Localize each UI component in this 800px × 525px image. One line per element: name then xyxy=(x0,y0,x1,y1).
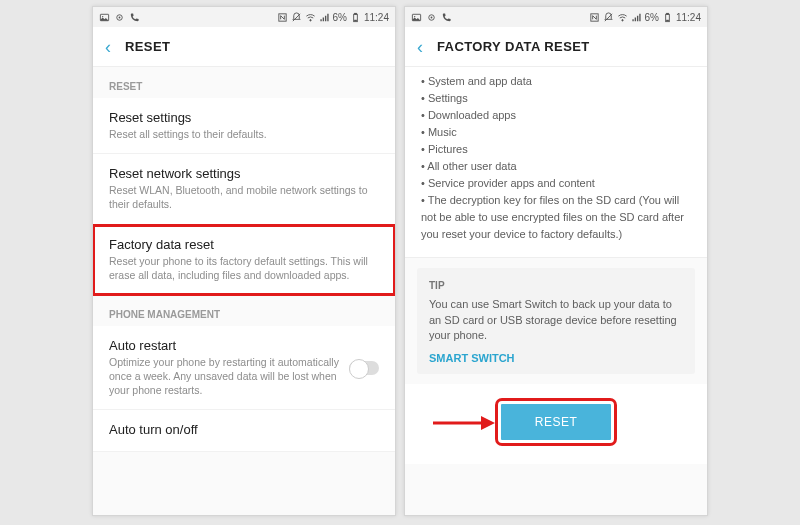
bullet-item: • Pictures xyxy=(421,141,691,158)
item-label: Reset settings xyxy=(109,110,379,125)
battery-icon xyxy=(350,12,361,23)
mute-icon xyxy=(603,12,614,23)
title-bar: ‹ FACTORY DATA RESET xyxy=(405,27,707,67)
svg-rect-18 xyxy=(667,13,669,14)
call-icon xyxy=(129,12,140,23)
reset-button[interactable]: RESET xyxy=(501,404,612,440)
back-icon[interactable]: ‹ xyxy=(417,38,423,56)
svg-rect-19 xyxy=(666,19,669,20)
back-icon[interactable]: ‹ xyxy=(105,38,111,56)
content-scroll[interactable]: • System and app data • Settings • Downl… xyxy=(405,67,707,515)
action-area: RESET xyxy=(405,384,707,464)
phone-left: 6% 11:24 ‹ RESET RESET Reset settings Re… xyxy=(92,6,396,516)
svg-point-16 xyxy=(621,19,622,20)
bullet-item: • Downloaded apps xyxy=(421,107,691,124)
item-desc: Reset all settings to their defaults. xyxy=(109,127,379,141)
svg-point-1 xyxy=(102,15,103,16)
item-label: Factory data reset xyxy=(109,237,379,252)
nfc-icon xyxy=(277,12,288,23)
bullet-item: • All other user data xyxy=(421,158,691,175)
arrow-icon xyxy=(431,414,495,434)
title-bar: ‹ RESET xyxy=(93,27,395,67)
reset-bullets: • System and app data • Settings • Downl… xyxy=(405,67,707,258)
page-title: FACTORY DATA RESET xyxy=(437,39,590,54)
tip-box: TIP You can use Smart Switch to back up … xyxy=(417,268,695,373)
gallery-icon xyxy=(99,12,110,23)
wifi-icon xyxy=(617,12,628,23)
item-reset-settings[interactable]: Reset settings Reset all settings to the… xyxy=(93,98,395,154)
item-auto-turn-onoff[interactable]: Auto turn on/off xyxy=(93,410,395,452)
battery-icon xyxy=(662,12,673,23)
nfc-icon xyxy=(589,12,600,23)
svg-marker-21 xyxy=(481,416,495,430)
content-scroll[interactable]: RESET Reset settings Reset all settings … xyxy=(93,67,395,515)
settings-status-icon xyxy=(114,12,125,23)
svg-point-11 xyxy=(414,15,415,16)
phone-right: 6% 11:24 ‹ FACTORY DATA RESET • System a… xyxy=(404,6,708,516)
item-factory-data-reset[interactable]: Factory data reset Reset your phone to i… xyxy=(93,225,395,295)
bullet-item: • System and app data xyxy=(421,73,691,90)
wifi-icon xyxy=(305,12,316,23)
item-desc: Optimize your phone by restarting it aut… xyxy=(109,355,339,398)
section-header-reset: RESET xyxy=(93,67,395,98)
item-desc: Reset WLAN, Bluetooth, and mobile networ… xyxy=(109,183,379,211)
bullet-item: • Settings xyxy=(421,90,691,107)
svg-rect-8 xyxy=(355,13,357,14)
signal-icon xyxy=(631,12,642,23)
svg-point-13 xyxy=(431,16,433,18)
item-desc: Reset your phone to its factory default … xyxy=(109,254,379,282)
tip-label: TIP xyxy=(429,280,683,291)
item-reset-network[interactable]: Reset network settings Reset WLAN, Bluet… xyxy=(93,154,395,224)
call-icon xyxy=(441,12,452,23)
settings-status-icon xyxy=(426,12,437,23)
smart-switch-link[interactable]: SMART SWITCH xyxy=(429,352,683,364)
battery-pct: 6% xyxy=(645,12,659,23)
item-label: Auto turn on/off xyxy=(109,422,379,437)
svg-rect-9 xyxy=(354,19,357,20)
item-label: Reset network settings xyxy=(109,166,379,181)
mute-icon xyxy=(291,12,302,23)
status-bar: 6% 11:24 xyxy=(93,7,395,27)
svg-point-3 xyxy=(119,16,121,18)
bullet-item: • The decryption key for files on the SD… xyxy=(421,192,691,243)
bullet-item: • Service provider apps and content xyxy=(421,175,691,192)
page-title: RESET xyxy=(125,39,170,54)
status-bar: 6% 11:24 xyxy=(405,7,707,27)
svg-point-6 xyxy=(309,19,310,20)
clock: 11:24 xyxy=(676,12,701,23)
item-auto-restart[interactable]: Auto restart Optimize your phone by rest… xyxy=(93,326,395,411)
section-header-phone-mgmt: PHONE MANAGEMENT xyxy=(93,295,395,326)
clock: 11:24 xyxy=(364,12,389,23)
tip-text: You can use Smart Switch to back up your… xyxy=(429,297,683,343)
bullet-item: • Music xyxy=(421,124,691,141)
auto-restart-toggle[interactable] xyxy=(349,361,379,375)
signal-icon xyxy=(319,12,330,23)
gallery-icon xyxy=(411,12,422,23)
item-label: Auto restart xyxy=(109,338,339,353)
battery-pct: 6% xyxy=(333,12,347,23)
